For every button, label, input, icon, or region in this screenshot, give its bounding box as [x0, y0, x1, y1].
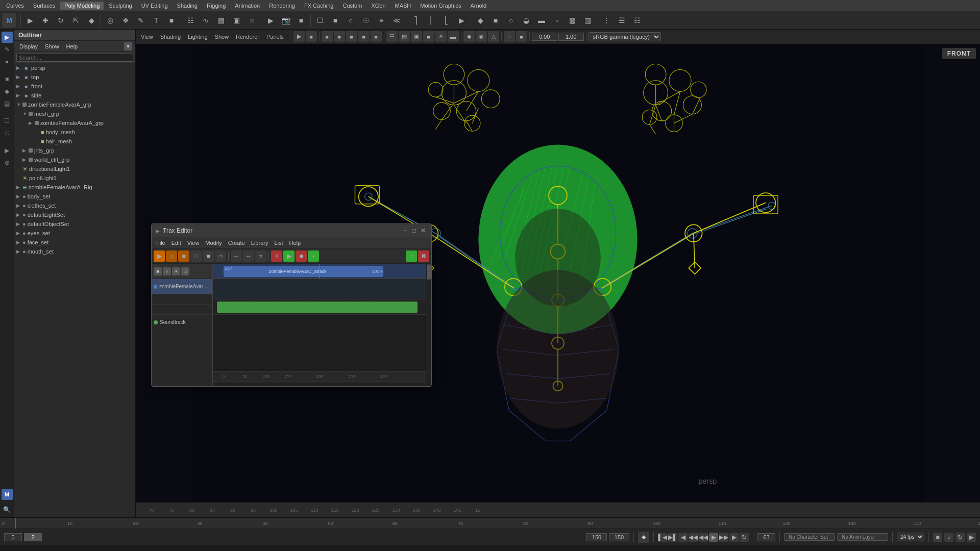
vp-view-menu[interactable]: View [138, 33, 156, 41]
fps-select[interactable]: 24 fps 30 fps 60 fps [897, 533, 924, 541]
pb-speed[interactable]: ▶ [967, 533, 976, 542]
vp-field2[interactable] [558, 33, 584, 41]
pb-prev-key[interactable]: ◀◀ [689, 533, 698, 542]
pb-sound[interactable]: ♪ [944, 533, 953, 542]
trax-tb-minus-icon[interactable]: ✖ [418, 251, 429, 262]
tool11[interactable]: ☷ [630, 13, 644, 28]
layer-icon[interactable]: ≪ [389, 13, 404, 28]
pb-looping[interactable]: ↻ [955, 533, 965, 542]
tool3[interactable]: ○ [504, 13, 518, 28]
trax-clip-green[interactable] [217, 302, 418, 313]
vp-mode-btn1[interactable]: ▶ [293, 31, 305, 42]
trax-maximize-btn[interactable]: □ [410, 227, 418, 235]
menu-rendering[interactable]: Rendering [265, 2, 299, 10]
trax-left-icon1[interactable]: ■ [154, 267, 162, 276]
menu-rigging[interactable]: Rigging [203, 2, 230, 10]
trax-tb-add-icon[interactable]: ▶ [283, 251, 295, 262]
pb-prev-frame[interactable]: ◀ [678, 533, 688, 542]
lasso-icon[interactable]: ❖ [118, 13, 133, 28]
vp-btn-manip[interactable]: ■ [516, 31, 527, 42]
outliner-item-eyes-set[interactable]: ▶ ● eyes_set [14, 229, 135, 238]
trax-tb-del-icon[interactable]: ☓ [271, 251, 282, 262]
pb-play-fwd[interactable]: ▶ [709, 533, 718, 542]
tool4[interactable]: ◒ [519, 13, 533, 28]
vp-cam-btn4[interactable]: ■ [358, 31, 370, 42]
trax-tb-icon6[interactable]: ⇨ [215, 251, 226, 262]
trax-tb-icon13[interactable]: ▪ [308, 251, 319, 262]
outliner-search-input[interactable] [16, 54, 133, 62]
outliner-item-plight[interactable]: ☀ pointLight1 [14, 173, 135, 183]
pb-snap[interactable]: ■ [933, 533, 942, 542]
vp-btn-grid[interactable]: ☷ [386, 31, 398, 42]
trax-tb-icon8[interactable]: ↔ [243, 251, 254, 262]
camera-icon[interactable]: 📷 [279, 13, 293, 28]
trax-minimize-btn[interactable]: − [401, 227, 409, 235]
outliner-item-top[interactable]: ▶ ■ top [14, 72, 135, 82]
mesh-tools-icon[interactable]: ■ [2, 73, 13, 85]
menu-animation[interactable]: Animation [231, 2, 264, 10]
dope-sheet-icon[interactable]: ⎢ [424, 13, 438, 28]
object-icon[interactable]: ○ [344, 13, 358, 28]
vp-cam-btn2[interactable]: ■ [334, 31, 345, 42]
pb-next-key[interactable]: ▶▶ [719, 533, 728, 542]
vp-cam-btn3[interactable]: ■ [346, 31, 357, 42]
snap-grid-icon[interactable]: ☷ [183, 13, 198, 28]
icon-tool2[interactable]: ■ [164, 13, 179, 28]
user-avatar[interactable]: M [2, 489, 13, 500]
render-icon[interactable]: ▶ [263, 13, 278, 28]
outliner-item-clothes-set[interactable]: ▶ ● clothes_set [14, 201, 135, 210]
trax-track-rig[interactable]: zombieFemaleAvarA_Rig [152, 279, 212, 294]
scale-tool-icon[interactable]: ⇱ [69, 13, 83, 28]
anim-tools-icon[interactable]: ▶ [2, 145, 13, 156]
vp-show-menu[interactable]: Show [212, 33, 232, 41]
outliner-item-rig[interactable]: ▶ ⊕ zombieFemaleAvarA_Rig [14, 183, 135, 192]
menu-arnold[interactable]: Arnold [466, 2, 491, 10]
universal-manip-icon[interactable]: ◆ [84, 13, 99, 28]
vp-lighting-menu[interactable]: Lighting [185, 33, 211, 41]
soft-select-icon[interactable]: ◎ [103, 13, 117, 28]
vp-mode-btn2[interactable]: ■ [306, 31, 317, 42]
pb-next-frame[interactable]: ▶ [729, 533, 739, 542]
text-tool-icon[interactable]: T [149, 13, 163, 28]
outliner-item-zombie-grp[interactable]: ▼ zombieFemaleAvarA_grp [14, 100, 135, 109]
menu-xgen[interactable]: XGen [367, 2, 389, 10]
trax-list-menu[interactable]: List [272, 239, 285, 246]
outliner-item-zombie-grp2[interactable]: ▶ zombieFemaleAvarA_grp [14, 118, 135, 128]
tool6[interactable]: ▫ [550, 13, 564, 28]
outliner-item-front[interactable]: ▶ ■ front [14, 82, 135, 91]
graph-editor-icon[interactable]: ⎤ [408, 13, 423, 28]
select-tool-icon[interactable]: ▶ [23, 13, 37, 28]
channel-box-icon[interactable]: ≡ [374, 13, 388, 28]
sculpt-icon[interactable]: ● [2, 56, 13, 67]
menu-fx-caching[interactable]: FX Caching [300, 2, 337, 10]
trax-left-icon3[interactable]: ☀ [172, 267, 180, 276]
trax-hscrollbar[interactable] [213, 381, 426, 386]
show-hide-icon[interactable]: ☐ [313, 13, 327, 28]
select-mode-icon[interactable]: ▶ [2, 32, 13, 43]
outliner-item-world-ctrl[interactable]: ▶ world_ctrl_grp [14, 155, 135, 164]
outliner-expand-btn[interactable]: ▼ [124, 42, 132, 51]
trax-create-menu[interactable]: Create [226, 239, 248, 246]
trax-tb-icon2[interactable]: ○ [166, 251, 177, 262]
no-anim-layer[interactable]: No Anim Layer [837, 533, 888, 541]
pb-play-back[interactable]: ◀◀ [699, 533, 708, 542]
tool9[interactable]: ⋮ [599, 13, 614, 28]
trax-tb-icon12[interactable]: ■ [296, 251, 307, 262]
status-end-field[interactable] [757, 533, 775, 541]
outliner-item-face-set[interactable]: ▶ ● face_set [14, 238, 135, 247]
trax-tb-icon9[interactable]: ▿ [255, 251, 266, 262]
trax-clip-blue[interactable]: 157 zombieFemaleAvarC_attack 100% [224, 266, 384, 277]
display-icon[interactable]: ■ [328, 13, 342, 28]
trax-scrollbar[interactable] [426, 264, 431, 386]
status-current-frame[interactable] [24, 533, 42, 541]
trax-left-icon2[interactable]: ○ [163, 267, 171, 276]
trax-file-menu[interactable]: File [154, 239, 168, 246]
key-btn[interactable]: ◆ [638, 532, 649, 543]
trax-left-icon4[interactable]: □ [181, 267, 189, 276]
trax-tb-icon1[interactable]: ▶ [154, 251, 165, 262]
vp-btn-shadow[interactable]: ▬ [448, 31, 459, 42]
outliner-item-persp[interactable]: ▶ ■ persp [14, 63, 135, 72]
timeline-marks[interactable]: 0 10 20 30 40 50 60 70 80 90 100 110 120… [2, 518, 978, 529]
trax-tb-plus-icon[interactable]: + [406, 251, 417, 262]
rigging-icon[interactable]: ⊕ [2, 157, 13, 168]
